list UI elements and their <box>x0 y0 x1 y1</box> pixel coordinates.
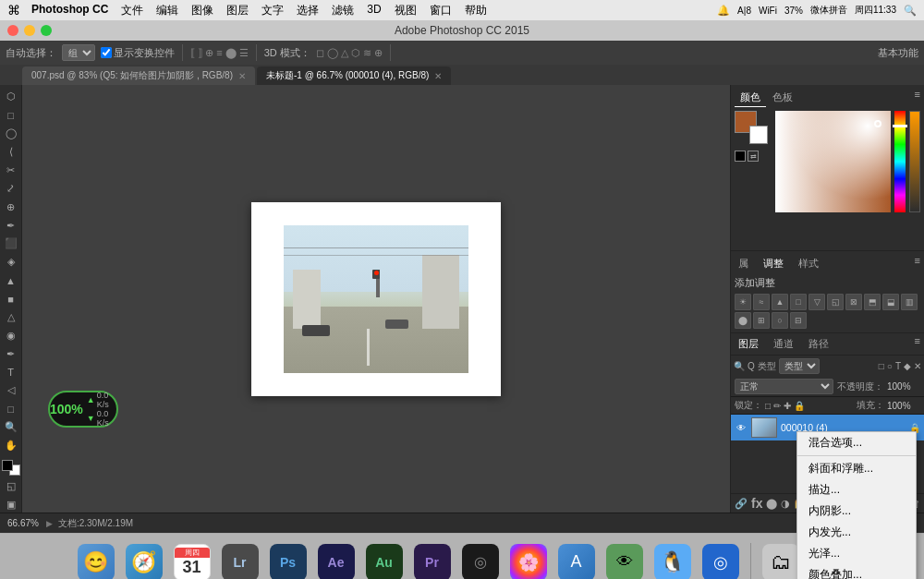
foreground-bg-swatch[interactable] <box>2 460 20 476</box>
tab-properties[interactable]: 属 <box>735 255 752 272</box>
basic-function-label[interactable]: 基本功能 <box>878 46 918 60</box>
menu-image[interactable]: 图像 <box>191 3 213 18</box>
lock-image-icon[interactable]: ✏ <box>773 401 781 411</box>
gradient-tool[interactable]: ■ <box>2 291 20 308</box>
quick-mask-tool[interactable]: ◱ <box>2 477 20 494</box>
color-panel-menu[interactable]: ≡ <box>915 89 920 107</box>
dock-qq[interactable]: 🐧 <box>651 541 694 580</box>
eyedropper-tool[interactable]: ⤦ <box>2 180 20 197</box>
swap-colors[interactable]: ⇄ <box>748 151 759 162</box>
foreground-swatch-group[interactable] <box>735 111 768 144</box>
menu-view[interactable]: 视图 <box>395 3 417 18</box>
zoom-tool[interactable]: 🔍 <box>2 419 20 436</box>
tab-channels[interactable]: 通道 <box>770 335 797 353</box>
photo-filter-icon[interactable]: ⬓ <box>882 294 899 310</box>
blend-mode-select[interactable]: 正常 <box>735 379 833 394</box>
tab-close-007[interactable]: ✕ <box>238 71 246 81</box>
crop-tool[interactable]: ✂ <box>2 163 20 179</box>
spot-heal-tool[interactable]: ⊕ <box>2 199 20 215</box>
dock-premiere[interactable]: Pr <box>411 541 454 580</box>
adj-panel-menu[interactable]: ≡ <box>915 255 920 272</box>
channel-mixer-icon[interactable]: ▥ <box>901 294 918 310</box>
dock-finder[interactable]: 😊 <box>75 541 117 580</box>
ctx-inner-shadow[interactable]: 内阴影... <box>797 501 916 522</box>
ctx-inner-glow[interactable]: 内发光... <box>797 522 916 543</box>
adjustment-layer-icon[interactable]: ◑ <box>781 498 790 510</box>
lock-transparent-icon[interactable]: □ <box>765 401 771 411</box>
screen-mode-tool[interactable]: ▣ <box>2 496 20 513</box>
color-gradient[interactable] <box>775 111 891 212</box>
dock-audition[interactable]: Au <box>363 541 406 580</box>
ctx-blend-options[interactable]: 混合选项... <box>797 432 916 453</box>
search-icon[interactable]: 🔍 <box>904 5 917 17</box>
eraser-tool[interactable]: ▲ <box>2 272 20 289</box>
color-balance-icon[interactable]: ⊠ <box>845 294 862 310</box>
curves-icon[interactable]: ≈ <box>753 294 770 310</box>
dock-safari[interactable]: 🧭 <box>123 541 165 580</box>
canvas-area[interactable]: 100% ▲ 0.0 K/s ▼ 0.0 K/s <box>22 85 730 513</box>
tab-color[interactable]: 颜色 <box>735 89 766 107</box>
menu-3d[interactable]: 3D <box>367 3 381 18</box>
filter-pixel-icon[interactable]: □ <box>879 361 884 371</box>
tab-swatches[interactable]: 色板 <box>767 89 798 107</box>
history-brush-tool[interactable]: ◈ <box>2 254 20 271</box>
dock-calendar[interactable]: 周四 31 <box>171 541 213 580</box>
opacity-value[interactable]: 100% <box>887 381 920 392</box>
dock-finder-files[interactable]: 🗂 <box>760 541 802 580</box>
blur-tool[interactable]: △ <box>2 309 20 326</box>
dock-appstore[interactable]: A <box>555 541 598 580</box>
add-mask-icon[interactable]: ⬤ <box>766 498 777 510</box>
apple-menu[interactable]: ⌘ <box>7 3 20 18</box>
tab-007[interactable]: 007.psd @ 83% (Q5: 如何给图片加阴影 , RGB/8) ✕ <box>22 66 255 85</box>
tab-styles[interactable]: 样式 <box>795 255 822 272</box>
auto-select-dropdown[interactable]: 组 <box>62 44 95 61</box>
dock-preview[interactable]: 👁 <box>603 541 646 580</box>
invert-icon[interactable]: ⊞ <box>753 312 770 329</box>
alpha-slider[interactable] <box>909 111 920 212</box>
dock-after-effects[interactable]: Ae <box>315 541 358 580</box>
menu-help[interactable]: 帮助 <box>465 3 487 18</box>
lasso-tool[interactable]: ◯ <box>2 126 20 142</box>
tab-close-untitled[interactable]: ✕ <box>434 71 442 81</box>
move-tool[interactable]: ⬡ <box>2 89 20 105</box>
notification-icon[interactable]: 🔔 <box>717 5 730 17</box>
filter-adjust-icon[interactable]: ○ <box>887 361 893 371</box>
quick-select-tool[interactable]: ⟨ <box>2 144 20 161</box>
layers-panel-menu[interactable]: ≡ <box>915 335 920 353</box>
show-transform-checkbox[interactable] <box>101 47 112 58</box>
layer-visibility-toggle[interactable]: 👁 <box>735 421 748 434</box>
path-select-tool[interactable]: ◁ <box>2 382 20 399</box>
menu-select[interactable]: 选择 <box>297 3 319 18</box>
dock-photos[interactable]: 🌸 <box>507 541 550 580</box>
posterize-icon[interactable]: ○ <box>772 312 788 329</box>
brush-tool[interactable]: ✒ <box>2 217 20 234</box>
menu-photoshop[interactable]: Photoshop CC <box>31 3 108 18</box>
brightness-icon[interactable]: ☀ <box>735 294 751 310</box>
color-cursor[interactable] <box>874 120 881 127</box>
menu-file[interactable]: 文件 <box>121 3 143 18</box>
close-button[interactable] <box>7 25 18 36</box>
hue-slider[interactable] <box>894 111 906 212</box>
ctx-color-overlay[interactable]: 颜色叠加... <box>797 564 916 579</box>
tab-layers[interactable]: 图层 <box>735 335 762 353</box>
layer-type-filter[interactable]: 类型 <box>779 358 820 374</box>
tab-untitled[interactable]: 未标题-1 @ 66.7% (000010 (4), RGB/8) ✕ <box>257 66 451 85</box>
tab-adjustments[interactable]: 调整 <box>760 255 787 272</box>
clone-stamp-tool[interactable]: ⬛ <box>2 235 20 252</box>
hsl-icon[interactable]: ◱ <box>827 294 844 310</box>
dock-baidu[interactable]: ◎ <box>699 541 742 580</box>
background-color[interactable] <box>749 126 768 144</box>
menu-layer[interactable]: 图层 <box>226 3 249 18</box>
shape-tool[interactable]: □ <box>2 401 20 417</box>
fill-value[interactable]: 100% <box>887 401 920 411</box>
color-lookup-icon[interactable]: ⬤ <box>735 312 751 329</box>
lock-all-icon[interactable]: 🔒 <box>794 401 805 411</box>
link-layers-icon[interactable]: 🔗 <box>735 498 748 510</box>
vibrance-icon[interactable]: ▽ <box>808 294 825 310</box>
dock-davinci[interactable]: ◎ <box>459 541 502 580</box>
levels-icon[interactable]: ▲ <box>772 294 788 310</box>
dock-lightroom[interactable]: Lr <box>219 541 261 580</box>
minimize-button[interactable] <box>24 25 35 36</box>
filter-off-icon[interactable]: ✕ <box>914 361 921 371</box>
marquee-tool[interactable]: □ <box>2 107 20 124</box>
